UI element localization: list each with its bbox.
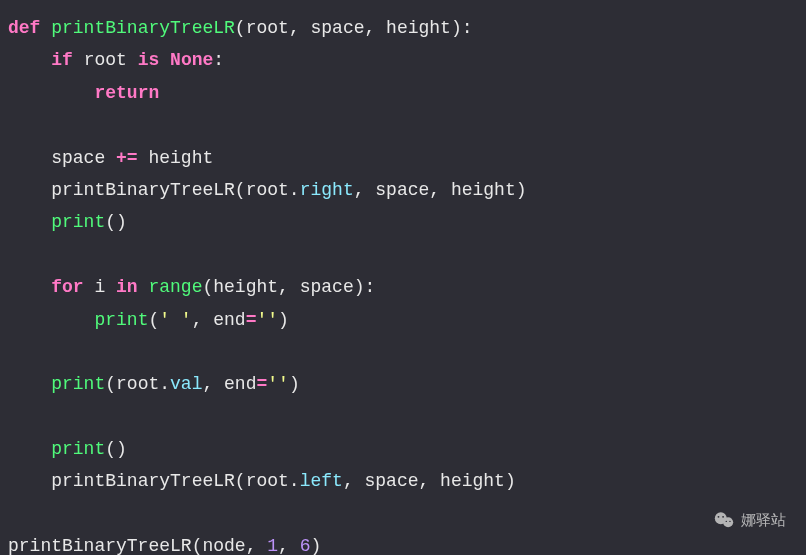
code-editor: def printBinaryTreeLR(root, space, heigh…: [0, 0, 806, 555]
wechat-icon: [713, 509, 735, 531]
property-left: left: [300, 471, 343, 491]
svg-point-4: [726, 520, 727, 521]
string-literal: ' ': [159, 310, 191, 330]
svg-point-1: [723, 517, 733, 527]
code-line: print(): [8, 439, 127, 459]
builtin-print: print: [51, 374, 105, 394]
number-literal: 6: [300, 536, 311, 555]
builtin-print: print: [51, 439, 105, 459]
operator: +=: [116, 148, 138, 168]
string-literal: '': [256, 310, 278, 330]
keyword-in: in: [116, 277, 138, 297]
code-line: space += height: [8, 148, 213, 168]
params: root, space, height: [246, 18, 451, 38]
code-line: if root is None:: [8, 50, 224, 70]
builtin-print: print: [94, 310, 148, 330]
code-line: printBinaryTreeLR(node, 1, 6): [8, 536, 321, 555]
property-right: right: [300, 180, 354, 200]
svg-point-5: [729, 520, 730, 521]
code-line: print(' ', end=''): [8, 310, 289, 330]
builtin-print: print: [51, 212, 105, 232]
keyword-is: is: [138, 50, 160, 70]
builtin-range: range: [148, 277, 202, 297]
keyword-if: if: [51, 50, 73, 70]
paren: (: [235, 18, 246, 38]
string-literal: '': [267, 374, 289, 394]
keyword-for: for: [51, 277, 83, 297]
keyword-def: def: [8, 18, 40, 38]
code-line: return: [8, 83, 159, 103]
code-line: printBinaryTreeLR(root.right, space, hei…: [8, 180, 527, 200]
variable: root: [84, 50, 127, 70]
svg-point-2: [718, 515, 720, 517]
property-val: val: [170, 374, 202, 394]
keyword-none: None: [170, 50, 213, 70]
number-literal: 1: [267, 536, 278, 555]
code-line: print(): [8, 212, 127, 232]
watermark-text: 娜驿站: [741, 506, 786, 533]
code-line: print(root.val, end=''): [8, 374, 300, 394]
code-line: def printBinaryTreeLR(root, space, heigh…: [8, 18, 473, 38]
code-line: printBinaryTreeLR(root.left, space, heig…: [8, 471, 516, 491]
code-line: for i in range(height, space):: [8, 277, 375, 297]
paren-close: ):: [451, 18, 473, 38]
svg-point-3: [722, 515, 724, 517]
keyword-return: return: [94, 83, 159, 103]
watermark: 娜驿站: [713, 506, 786, 533]
function-name: printBinaryTreeLR: [51, 18, 235, 38]
